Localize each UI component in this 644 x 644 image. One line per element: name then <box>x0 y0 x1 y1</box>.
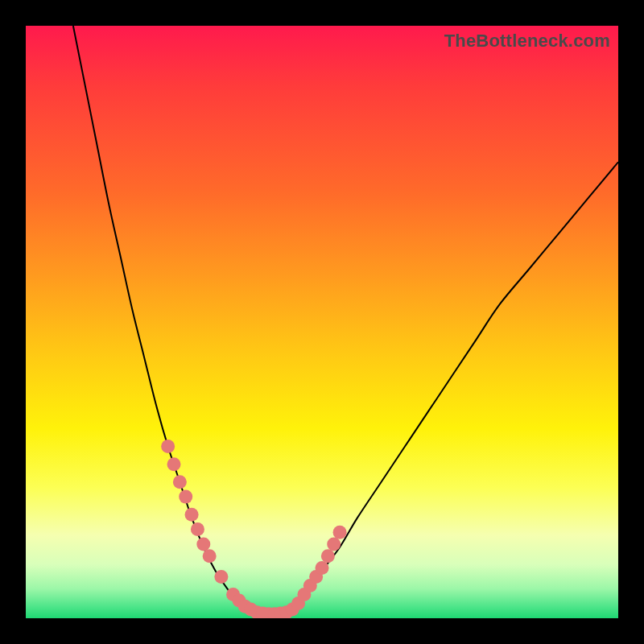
highlight-dot <box>179 490 192 504</box>
chart-svg <box>26 26 618 618</box>
highlight-dot <box>214 570 228 584</box>
highlight-dot <box>321 549 335 563</box>
highlight-dot <box>185 508 199 522</box>
highlight-dot <box>316 561 329 575</box>
highlight-dot <box>167 457 181 471</box>
highlight-dot <box>191 522 204 536</box>
highlight-dot <box>161 440 175 453</box>
bottleneck-curve <box>73 26 618 616</box>
highlight-dot <box>327 538 341 551</box>
highlight-dot <box>333 526 347 539</box>
highlight-dot <box>173 475 187 489</box>
chart-frame: TheBottleneck.com <box>0 0 644 644</box>
highlight-dot <box>203 549 217 563</box>
highlight-dot <box>196 538 210 551</box>
plot-area: TheBottleneck.com <box>26 26 618 618</box>
